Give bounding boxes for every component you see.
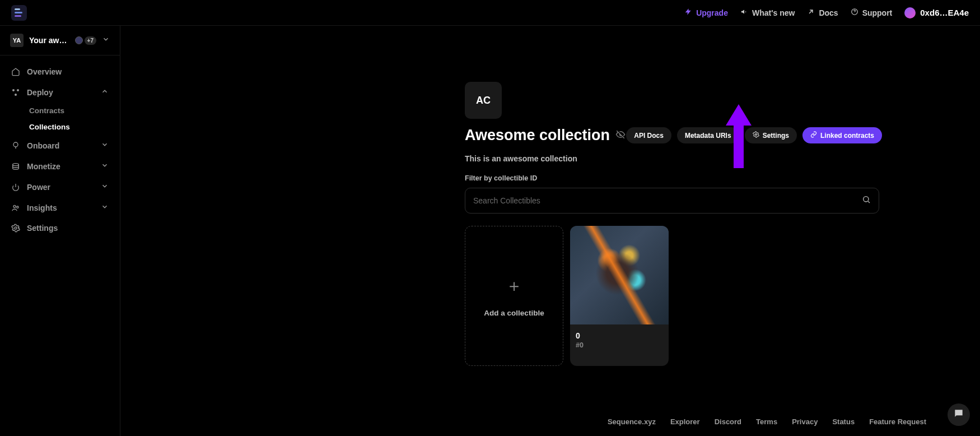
search-icon [862, 195, 871, 206]
sidebar-item-overview[interactable]: Overview [4, 62, 115, 81]
button-label: Linked contracts [820, 132, 874, 140]
sidebar: YA Your aweso… +7 Overview Deploy [0, 26, 120, 436]
footer-link-feature-request[interactable]: Feature Request [869, 418, 926, 426]
whats-new-link[interactable]: What's new [740, 8, 795, 17]
metadata-uris-button[interactable]: Metadata URIs [677, 127, 739, 143]
button-label: Metadata URIs [685, 132, 731, 140]
support-label: Support [862, 8, 893, 17]
linked-contracts-button[interactable]: Linked contracts [802, 127, 882, 143]
sidebar-item-power[interactable]: Power [4, 177, 115, 197]
chevron-down-icon [101, 203, 109, 212]
sidebar-item-monetize[interactable]: Monetize [4, 156, 115, 176]
filter-label: Filter by collectible ID [465, 174, 882, 182]
svg-point-2 [17, 89, 19, 91]
chat-fab[interactable] [948, 403, 970, 426]
upgrade-link[interactable]: Upgrade [684, 8, 728, 17]
sidebar-item-label: Insights [27, 203, 57, 212]
collectible-token-number: #0 [576, 341, 663, 349]
sidebar-item-label: Settings [27, 224, 58, 233]
sidebar-item-deploy[interactable]: Deploy [4, 82, 115, 102]
footer-link-sequence[interactable]: Sequence.xyz [608, 418, 656, 426]
topbar: Upgrade What's new Docs Support 0xd6…EA4… [0, 0, 980, 26]
svg-point-10 [864, 197, 869, 202]
plus-icon: ＋ [506, 275, 522, 298]
sidebar-subitem-collections[interactable]: Collections [4, 119, 115, 134]
button-label: API Docs [634, 132, 664, 140]
svg-point-5 [13, 163, 19, 165]
link-icon [810, 131, 817, 140]
sidebar-item-label: Power [27, 183, 50, 192]
button-label: Settings [763, 132, 789, 140]
search-field[interactable] [465, 188, 879, 214]
whats-new-label: What's new [752, 8, 795, 17]
external-link-icon [807, 8, 815, 17]
balloon-icon [11, 141, 20, 150]
home-icon [11, 67, 20, 76]
project-avatar: YA [10, 34, 24, 47]
svg-point-4 [13, 142, 18, 147]
svg-point-1 [12, 89, 15, 91]
support-link[interactable]: Support [851, 8, 893, 17]
svg-point-8 [15, 227, 17, 229]
chevron-up-icon [101, 87, 109, 97]
svg-point-7 [17, 206, 18, 208]
sidebar-item-label: Deploy [27, 88, 53, 97]
wallet-avatar-icon [904, 7, 916, 18]
project-selector[interactable]: YA Your aweso… +7 [0, 26, 120, 55]
collectible-artwork [570, 226, 669, 324]
chevron-down-icon [101, 141, 109, 150]
upgrade-label: Upgrade [696, 8, 728, 17]
bolt-icon [684, 8, 692, 17]
svg-point-3 [15, 94, 17, 96]
add-collectible-card[interactable]: ＋ Add a collectible [465, 226, 563, 366]
sidebar-item-onboard[interactable]: Onboard [4, 136, 115, 155]
app-logo[interactable] [11, 5, 27, 21]
sidebar-item-settings[interactable]: Settings [4, 219, 115, 238]
collection-description: This is an awesome collection [465, 154, 882, 163]
help-icon [851, 8, 858, 17]
svg-point-9 [755, 134, 757, 136]
power-icon [11, 183, 20, 192]
wallet-address: 0xd6…EA4e [920, 8, 969, 17]
footer-link-status[interactable]: Status [832, 418, 855, 426]
footer-link-explorer[interactable]: Explorer [670, 418, 700, 426]
api-docs-button[interactable]: API Docs [626, 127, 671, 143]
project-chain-badges: +7 [75, 36, 96, 45]
sidebar-item-label: Monetize [27, 162, 60, 171]
svg-point-6 [13, 205, 16, 207]
gear-icon [753, 131, 759, 140]
search-input[interactable] [473, 196, 862, 205]
chat-icon [953, 408, 964, 421]
project-name: Your aweso… [29, 36, 69, 45]
chevron-down-icon [101, 161, 109, 171]
users-icon [11, 203, 20, 212]
footer-link-privacy[interactable]: Privacy [792, 418, 818, 426]
collection-settings-button[interactable]: Settings [745, 127, 797, 143]
main-content: AC Awesome collection API Docs Metada [120, 26, 980, 436]
chevron-down-icon [101, 182, 109, 192]
chevron-down-icon [102, 35, 110, 45]
megaphone-icon [740, 8, 748, 17]
coins-icon [11, 162, 20, 171]
wallet-button[interactable]: 0xd6…EA4e [904, 7, 969, 18]
chain-icon [75, 36, 83, 44]
sidebar-item-label: Onboard [27, 141, 59, 150]
collectible-id: 0 [576, 331, 663, 340]
footer-link-terms[interactable]: Terms [756, 418, 777, 426]
sidebar-subitem-contracts[interactable]: Contracts [4, 103, 115, 118]
footer-links: Sequence.xyz Explorer Discord Terms Priv… [608, 418, 926, 426]
add-collectible-label: Add a collectible [484, 309, 544, 317]
sidebar-item-label: Overview [27, 67, 62, 76]
nodes-icon [11, 88, 20, 97]
sidebar-item-insights[interactable]: Insights [4, 198, 115, 217]
collectible-card[interactable]: 0 #0 [570, 226, 669, 366]
visibility-off-icon[interactable] [615, 129, 626, 142]
docs-label: Docs [819, 8, 838, 17]
chain-count-badge: +7 [85, 36, 96, 45]
docs-link[interactable]: Docs [807, 8, 838, 17]
collection-avatar: AC [465, 82, 502, 119]
footer-link-discord[interactable]: Discord [715, 418, 741, 426]
collection-title: Awesome collection [465, 127, 610, 144]
gear-icon [11, 224, 20, 233]
